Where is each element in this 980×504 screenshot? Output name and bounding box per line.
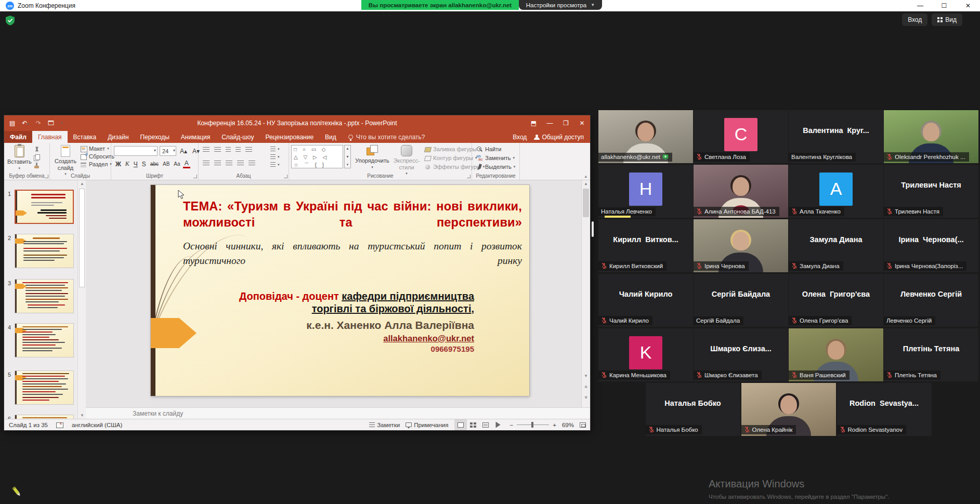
ppt-minimize-button[interactable]: — (542, 115, 558, 131)
convert-smartart-icon[interactable] (270, 162, 276, 167)
participant-tile[interactable]: Олена Григор'єваОлена Григор'єва (789, 274, 883, 327)
copy-icon[interactable] (33, 154, 40, 161)
save-icon[interactable]: ▤ (9, 120, 15, 127)
slide-sorter-view-button[interactable] (467, 419, 479, 430)
tab-2[interactable]: Главная (32, 131, 68, 143)
shapes-scrollbar[interactable]: ▲▼▾ (344, 145, 351, 168)
strikethrough-button[interactable]: abc (149, 161, 160, 167)
participant-tile[interactable]: Замула ДианаЗамула Диана (789, 219, 883, 272)
annotate-pencil-icon[interactable] (10, 485, 23, 500)
participant-tile[interactable]: Валентина Круг...Валентина Круглікова (789, 110, 883, 163)
next-slide-button[interactable]: » (582, 394, 591, 400)
normal-view-button[interactable] (454, 419, 467, 430)
align-text-icon[interactable] (270, 154, 276, 160)
layout-button[interactable]: Макет▾ (80, 145, 114, 152)
text-shadow-button[interactable]: S (140, 161, 148, 168)
view-settings-dropdown[interactable]: Настройки просмотра ▼ (519, 0, 602, 10)
previous-slide-button[interactable]: « (582, 384, 591, 390)
ppt-close-button[interactable]: ✕ (574, 115, 590, 131)
reading-view-button[interactable] (479, 419, 492, 430)
security-shield-icon[interactable] (6, 16, 15, 28)
character-spacing-button[interactable]: АВ (161, 161, 171, 167)
tab-5[interactable]: Переходы (135, 131, 175, 143)
scroll-down-icon[interactable]: ▼ (582, 374, 590, 378)
zoom-slider-thumb[interactable] (531, 422, 533, 428)
ppt-restore-button[interactable]: ❐ (558, 115, 574, 131)
quick-styles-button[interactable]: Экспресс-стили ▾ (391, 145, 422, 176)
participant-tile[interactable]: Ірина Чернова (694, 219, 788, 272)
participant-tile[interactable]: HНаталья Левченко (598, 165, 693, 218)
grow-font-icon[interactable]: А▴ (178, 148, 189, 155)
maximize-button[interactable]: ☐ (932, 0, 956, 11)
tab-9[interactable]: Вид (319, 131, 342, 143)
align-left-icon[interactable] (203, 161, 210, 166)
tab-1[interactable]: Файл (4, 131, 32, 143)
align-right-icon[interactable] (226, 161, 232, 166)
participant-tile[interactable]: Олена Крайнік (741, 383, 836, 436)
participant-tile[interactable]: Ваня Рашевский (789, 328, 883, 381)
decrease-indent-icon[interactable] (226, 147, 231, 152)
text-direction-icon[interactable] (270, 147, 276, 152)
notes-toggle[interactable]: Заметки (369, 422, 400, 428)
tab-7[interactable]: Слайд-шоу (216, 131, 259, 143)
replace-button[interactable]: Заменить▾ (476, 155, 515, 161)
slide-thumbnail-2[interactable] (15, 234, 74, 268)
comments-toggle[interactable]: Примечания (406, 422, 448, 428)
spell-check-icon[interactable] (56, 422, 63, 428)
participant-tile[interactable]: Чалий КирилоЧалий Кирило (598, 274, 693, 327)
scrollbar-thumb[interactable] (79, 189, 85, 287)
fit-to-window-icon[interactable] (580, 422, 586, 428)
slide-canvas[interactable]: ТЕМА: «Туризм в Україні під час війни: н… (151, 185, 529, 396)
slide-thumbnail-4[interactable] (15, 323, 74, 357)
slide-scrollbar[interactable]: ▲ ▼ « » (581, 180, 590, 407)
dialog-launcher-icon[interactable] (284, 175, 288, 178)
zoom-slider[interactable] (517, 425, 549, 426)
tab-3[interactable]: Вставка (68, 131, 102, 143)
shapes-gallery[interactable]: □ ○ ▭ ◇△ ▽ ▷ ◁☆ ⌒ { } (291, 145, 343, 168)
participant-tile[interactable]: Наталья БобкоНаталья Бобко (646, 383, 740, 436)
view-button[interactable]: Вид (932, 14, 962, 26)
participant-tile[interactable]: Левченко СергійЛевченко Сергій (884, 274, 978, 327)
align-center-icon[interactable] (214, 161, 221, 166)
bullets-icon[interactable] (203, 147, 210, 152)
customize-qat-icon[interactable]: ▾ (61, 121, 63, 125)
participant-tile[interactable]: Трилевич НастяТрилевич Настя (884, 165, 978, 218)
font-size-combobox[interactable]: 24 (160, 146, 176, 156)
slide-thumbnail-5[interactable] (15, 370, 74, 405)
scrollbar-thumb[interactable] (583, 189, 589, 217)
reset-button[interactable]: Сбросить (80, 153, 114, 160)
participant-tile[interactable]: allakhanenko@ukr.net (598, 110, 693, 163)
close-button[interactable]: ✕ (956, 0, 980, 11)
find-button[interactable]: Найти (476, 146, 515, 152)
collapse-ribbon-icon[interactable]: ▴ (584, 174, 587, 179)
participant-tile[interactable]: AАлла Ткаченко (789, 165, 883, 218)
signin-button[interactable]: Вход (902, 14, 927, 26)
font-name-combobox[interactable] (114, 146, 158, 156)
redo-icon[interactable]: ↷ (36, 120, 41, 127)
share-button[interactable]: Общий доступ (534, 134, 584, 141)
participant-tile[interactable]: CСветлана Лоза (694, 110, 788, 163)
scroll-up-icon[interactable]: ▲ (582, 181, 590, 186)
justify-icon[interactable] (237, 161, 244, 166)
arrange-button[interactable]: Упорядочить ▾ (355, 145, 390, 169)
select-button[interactable]: Выделить▾ (476, 164, 515, 170)
undo-icon[interactable]: ↶▾ (22, 120, 29, 127)
slideshow-view-button[interactable] (492, 419, 504, 430)
cut-icon[interactable] (33, 146, 40, 152)
scroll-up-icon[interactable]: ▲ (78, 181, 86, 186)
notes-pane[interactable]: Заметки к слайду (86, 407, 590, 419)
slide-thumbnail-3[interactable] (15, 279, 74, 313)
zoom-in-button[interactable]: + (553, 422, 556, 428)
participant-tile[interactable]: Шмарко Єлиза...Шмарко Єлизавета (694, 328, 788, 381)
zoom-level[interactable]: 69% (562, 422, 574, 428)
font-color-button[interactable]: А (183, 160, 190, 168)
section-button[interactable]: Раздел▾ (80, 161, 114, 167)
panel-divider-handle[interactable] (592, 221, 594, 237)
participant-tile[interactable]: Rodion Sevastya...Rodion Sevastyanov (837, 383, 932, 436)
format-painter-icon[interactable] (33, 163, 40, 169)
slide-thumbnail-1[interactable] (15, 190, 74, 224)
dialog-launcher-icon[interactable] (193, 175, 197, 178)
numbering-icon[interactable] (214, 147, 221, 152)
participant-tile[interactable]: Кирилл Витков...Кирилл Витковский (598, 219, 693, 272)
tab-4[interactable]: Дизайн (102, 131, 134, 143)
